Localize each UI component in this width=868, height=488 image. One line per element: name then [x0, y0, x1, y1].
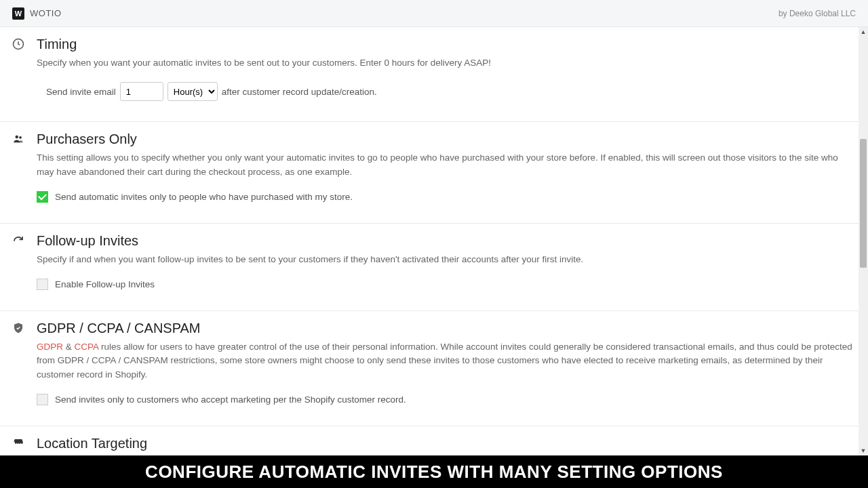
timing-title: Timing [37, 37, 856, 52]
gdpr-amp: & [63, 342, 75, 352]
gdpr-checkbox[interactable] [37, 394, 48, 405]
gdpr-checkbox-label: Send invites only to customers who accep… [55, 394, 406, 405]
scrollbar-thumb[interactable] [860, 139, 867, 268]
section-location: Location Targeting [0, 426, 868, 455]
svg-point-2 [19, 136, 22, 139]
followup-checkbox-row[interactable]: Enable Follow-up Invites [37, 279, 856, 290]
purchasers-checkbox[interactable] [37, 191, 48, 203]
section-followup: Follow-up Invites Specify if and when yo… [0, 224, 868, 311]
section-timing: Timing Specify when you want your automa… [0, 27, 868, 122]
ccpa-link[interactable]: CCPA [75, 342, 99, 352]
scroll-down-icon[interactable]: ▼ [859, 446, 868, 455]
timing-value-input[interactable] [120, 82, 163, 101]
svg-point-1 [16, 136, 19, 139]
users-icon [12, 131, 37, 203]
byline: by Deeko Global LLC [778, 9, 856, 18]
timing-unit-select[interactable]: Hour(s) [167, 82, 218, 101]
timing-desc: Specify when you want your automatic inv… [37, 56, 856, 70]
store-icon [12, 436, 37, 455]
gdpr-checkbox-row[interactable]: Send invites only to customers who accep… [37, 394, 856, 405]
followup-title: Follow-up Invites [37, 233, 856, 249]
shield-icon [12, 321, 37, 405]
timing-label-before: Send invite email [46, 87, 116, 97]
gdpr-link[interactable]: GDPR [37, 342, 63, 352]
clock-icon [12, 37, 37, 101]
gdpr-title: GDPR / CCPA / CANSPAM [37, 321, 856, 336]
purchasers-desc: This setting allows you to specify wheth… [37, 151, 856, 179]
scrollbar-track[interactable]: ▲ ▼ [859, 27, 868, 455]
followup-desc: Specify if and when you want follow-up i… [37, 253, 856, 266]
gdpr-desc: GDPR & CCPA rules allow for users to hav… [37, 340, 856, 382]
header-left: W WOTIO [12, 7, 62, 20]
timing-label-after: after customer record update/creation. [222, 87, 377, 97]
followup-checkbox[interactable] [37, 279, 48, 290]
purchasers-title: Purchasers Only [37, 131, 856, 147]
refresh-icon [12, 233, 37, 290]
settings-content: Timing Specify when you want your automa… [0, 27, 868, 455]
promo-banner: CONFIGURE AUTOMATIC INVITES WITH MANY SE… [0, 455, 868, 488]
app-name: WOTIO [30, 8, 62, 18]
app-header: W WOTIO by Deeko Global LLC [0, 0, 868, 27]
section-purchasers: Purchasers Only This setting allows you … [0, 122, 868, 224]
app-logo-icon: W [12, 7, 24, 20]
purchasers-checkbox-row[interactable]: Send automatic invites only to people wh… [37, 191, 856, 203]
gdpr-desc-rest: rules allow for users to have greater co… [37, 342, 852, 380]
timing-form-row: Send invite email Hour(s) after customer… [37, 82, 856, 101]
followup-checkbox-label: Enable Follow-up Invites [55, 279, 155, 289]
section-gdpr: GDPR / CCPA / CANSPAM GDPR & CCPA rules … [0, 311, 868, 426]
scroll-up-icon[interactable]: ▲ [859, 27, 868, 37]
location-title: Location Targeting [37, 436, 856, 451]
purchasers-checkbox-label: Send automatic invites only to people wh… [55, 192, 353, 202]
